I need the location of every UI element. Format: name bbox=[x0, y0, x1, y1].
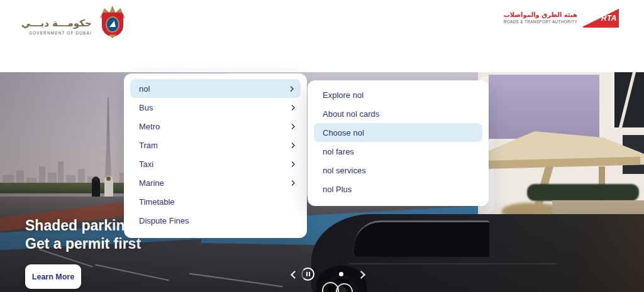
submenu-item-nol-plus[interactable]: nol Plus bbox=[308, 180, 489, 198]
submenu-item-nol-fares[interactable]: nol fares bbox=[308, 142, 489, 161]
submenu-item-label: nol fares bbox=[323, 147, 354, 156]
carousel-dot[interactable] bbox=[339, 272, 343, 276]
submenu-item-nol-services[interactable]: nol services bbox=[308, 161, 489, 180]
carousel-pause-icon[interactable] bbox=[301, 268, 314, 281]
menu-item-bus[interactable]: Bus bbox=[124, 98, 307, 117]
menu-item-label: nol bbox=[139, 84, 150, 94]
rta-logo-text: هيئة الطرق والمواصلات ROADS & TRANSPORT … bbox=[504, 9, 577, 24]
nol-submenu: Explore nol About nol cards Choose nol n… bbox=[308, 80, 489, 206]
submenu-item-label: About nol cards bbox=[323, 109, 379, 119]
government-logo-text: حكومـــة دبـــي GOVERNMENT OF DUBAI bbox=[21, 9, 92, 35]
government-logo-english: GOVERNMENT OF DUBAI bbox=[21, 31, 92, 35]
menu-item-taxi[interactable]: Taxi bbox=[124, 154, 307, 173]
submenu-item-label: Choose nol bbox=[323, 128, 364, 138]
chevron-right-icon bbox=[289, 180, 296, 186]
dubai-falcon-emblem-icon bbox=[98, 6, 127, 38]
menu-item-label: Timetable bbox=[139, 197, 175, 207]
menu-item-label: Dispute Fines bbox=[139, 216, 189, 225]
menu-item-label: Taxi bbox=[139, 160, 153, 169]
rta-logo-english: ROADS & TRANSPORT AUTHORITY bbox=[504, 19, 577, 24]
submenu-item-label: Explore nol bbox=[323, 90, 364, 100]
government-of-dubai-logo[interactable]: حكومـــة دبـــي GOVERNMENT OF DUBAI bbox=[21, 6, 127, 38]
site-header: حكومـــة دبـــي GOVERNMENT OF DUBAI هيئة… bbox=[0, 0, 644, 72]
menu-item-marine[interactable]: Marine bbox=[124, 173, 307, 192]
chevron-right-icon bbox=[289, 104, 296, 111]
submenu-item-choose-nol[interactable]: Choose nol bbox=[314, 123, 482, 142]
rta-logo-arabic: هيئة الطرق والمواصلات bbox=[504, 11, 577, 18]
chevron-right-icon bbox=[288, 85, 294, 92]
menu-item-nol[interactable]: nol bbox=[130, 79, 301, 98]
rta-logo[interactable]: هيئة الطرق والمواصلات ROADS & TRANSPORT … bbox=[504, 9, 619, 28]
learn-more-button[interactable]: Learn More bbox=[25, 264, 81, 289]
rta-triangle-icon: RTA bbox=[582, 9, 619, 28]
menu-item-label: Bus bbox=[139, 103, 153, 112]
menu-item-label: Marine bbox=[139, 178, 164, 188]
submenu-item-label: nol Plus bbox=[323, 185, 352, 194]
submenu-item-about-nol-cards[interactable]: About nol cards bbox=[308, 104, 489, 123]
menu-item-label: Tram bbox=[139, 141, 158, 150]
menu-item-label: Metro bbox=[139, 122, 160, 131]
chevron-right-icon bbox=[289, 142, 296, 148]
menu-item-timetable[interactable]: Timetable bbox=[124, 192, 307, 211]
hero-title-line2: Get a permit first bbox=[25, 235, 143, 253]
rta-abbr: RTA bbox=[601, 14, 617, 23]
menu-item-metro[interactable]: Metro bbox=[124, 117, 307, 136]
public-transport-dropdown: nol Bus Metro Tram Taxi Marine Timetable… bbox=[124, 73, 307, 238]
chevron-right-icon bbox=[289, 161, 296, 167]
chevron-right-icon bbox=[289, 123, 296, 129]
menu-item-dispute-fines[interactable]: Dispute Fines bbox=[124, 211, 307, 230]
government-logo-arabic: حكومـــة دبـــي bbox=[21, 18, 92, 29]
emblem-tail bbox=[109, 35, 116, 38]
submenu-item-label: nol services bbox=[323, 166, 366, 175]
submenu-item-explore-nol[interactable]: Explore nol bbox=[308, 85, 489, 104]
menu-item-tram[interactable]: Tram bbox=[124, 136, 307, 154]
